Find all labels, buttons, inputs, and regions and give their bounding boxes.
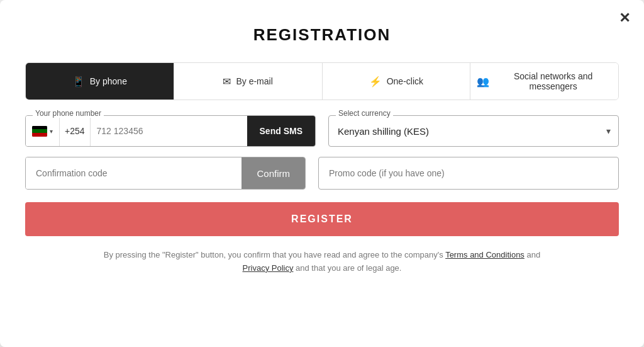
phone-input-wrapper: ▾ +254 Send SMS: [25, 115, 316, 147]
currency-field-label: Select currency: [336, 109, 393, 118]
oneclick-tab-icon: ⚡: [369, 76, 382, 88]
close-button[interactable]: ✕: [619, 11, 630, 25]
kenya-flag: [32, 126, 47, 137]
send-sms-button[interactable]: Send SMS: [247, 116, 315, 146]
phone-currency-row: Your phone number ▾ +254 Send SMS Select…: [25, 115, 619, 147]
tab-by-phone-label: By phone: [90, 76, 127, 86]
confirm-button[interactable]: Confirm: [242, 157, 305, 189]
tabs-container: 📱 By phone ✉ By e-mail ⚡ One-click 👥 Soc…: [25, 62, 619, 100]
phone-field-label: Your phone number: [33, 109, 104, 118]
phone-number-input[interactable]: [91, 116, 247, 146]
register-button[interactable]: REGISTER: [25, 202, 619, 236]
country-selector[interactable]: ▾: [26, 116, 60, 146]
phone-prefix: +254: [60, 116, 91, 146]
registration-modal: ✕ REGISTRATION 📱 By phone ✉ By e-mail ⚡ …: [0, 0, 644, 347]
tab-one-click[interactable]: ⚡ One-click: [323, 63, 471, 100]
privacy-link[interactable]: Privacy Policy: [243, 263, 294, 273]
terms-link[interactable]: Terms and Conditions: [445, 250, 525, 259]
tab-one-click-label: One-click: [387, 76, 423, 86]
tab-by-email[interactable]: ✉ By e-mail: [174, 63, 323, 100]
currency-select[interactable]: Kenyan shilling (KES) US Dollar (USD) Eu…: [338, 126, 609, 137]
confirmation-row: Confirm: [25, 157, 619, 190]
disclaimer-text2: and: [527, 250, 541, 259]
phone-tab-icon: 📱: [72, 76, 85, 88]
tab-by-email-label: By e-mail: [236, 76, 272, 86]
social-tab-icon: 👥: [477, 76, 489, 88]
confirmation-code-input[interactable]: [26, 157, 242, 189]
currency-select-wrapper: Kenyan shilling (KES) US Dollar (USD) Eu…: [328, 115, 619, 147]
disclaimer-text1: By pressing the "Register" button, you c…: [104, 250, 443, 259]
tab-by-phone[interactable]: 📱 By phone: [26, 63, 174, 100]
promo-code-input[interactable]: [318, 157, 619, 190]
email-tab-icon: ✉: [223, 76, 231, 88]
currency-field-group: Select currency Kenyan shilling (KES) US…: [328, 115, 619, 147]
modal-title: REGISTRATION: [253, 25, 391, 45]
tab-social-label: Social networks and messengers: [494, 71, 612, 91]
phone-field-group: Your phone number ▾ +254 Send SMS: [25, 115, 316, 147]
confirmation-group: Confirm: [25, 157, 306, 190]
country-chevron-icon: ▾: [50, 128, 53, 135]
disclaimer-text3: and that you are of legal age.: [296, 263, 401, 273]
tab-social[interactable]: 👥 Social networks and messengers: [470, 63, 618, 100]
disclaimer-text: By pressing the "Register" button, you c…: [104, 249, 540, 275]
